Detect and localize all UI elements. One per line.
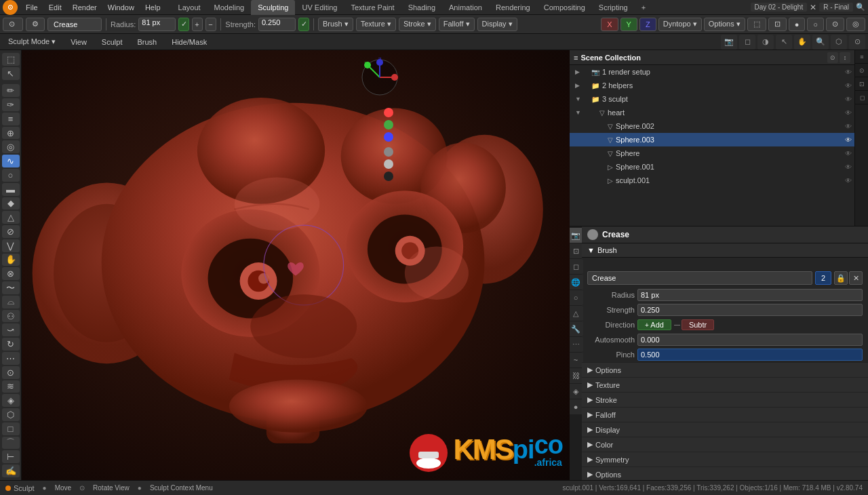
- tree-item-sphere[interactable]: ▽ Sphere 👁: [570, 146, 854, 160]
- tool-cursor[interactable]: ↖: [2, 67, 20, 80]
- tool-box-select[interactable]: ⬚: [2, 53, 20, 66]
- ws-scripting[interactable]: Scripting: [592, 0, 635, 15]
- radius-prop-value[interactable]: 81 px: [637, 289, 863, 301]
- eye-sphere003[interactable]: 👁: [845, 136, 854, 144]
- radius-input[interactable]: 81 px: [138, 18, 176, 31]
- settings-btn[interactable]: ⚙: [26, 18, 45, 31]
- prop-tab-world[interactable]: ○: [570, 290, 583, 305]
- options-collapsible[interactable]: ▶ Options: [582, 362, 868, 377]
- display-dropdown[interactable]: Display ▾: [477, 18, 517, 31]
- tool-draw[interactable]: ✏: [2, 84, 20, 97]
- stroke-collapsible[interactable]: ▶ Stroke: [582, 392, 868, 407]
- symmetry-collapsible[interactable]: ▶ Symmetry: [582, 452, 868, 467]
- ws-layout[interactable]: Layout: [172, 0, 208, 15]
- tool-box-mask[interactable]: □: [2, 422, 20, 435]
- axis-gizmo[interactable]: X Y Z: [359, 57, 400, 98]
- brush-lock-icon[interactable]: 🔒: [834, 271, 848, 285]
- hand-icon[interactable]: ✋: [794, 35, 810, 50]
- brush-name-input[interactable]: [587, 271, 812, 285]
- tool-smooth[interactable]: ○: [2, 169, 20, 182]
- view-btn2[interactable]: ⊡: [768, 18, 787, 31]
- eye-sphere002[interactable]: 👁: [845, 123, 854, 130]
- color-dot-white[interactable]: [384, 159, 393, 169]
- tool-inflate[interactable]: ⊕: [2, 127, 20, 140]
- view-btn4[interactable]: ○: [807, 18, 824, 31]
- prop-tab-physics[interactable]: ~: [570, 353, 583, 368]
- side-icon-2[interactable]: ⊙: [855, 64, 868, 77]
- color-dot-red[interactable]: [384, 108, 393, 117]
- cursor-icon[interactable]: ↖: [776, 35, 792, 50]
- menu-render[interactable]: Render: [67, 0, 102, 15]
- stroke-dropdown[interactable]: Stroke ▾: [399, 18, 436, 31]
- brush-section-header[interactable]: ▼ Brush: [582, 243, 868, 258]
- eye-sphere[interactable]: 👁: [845, 150, 854, 157]
- tool-simplify[interactable]: ◈: [2, 394, 20, 407]
- hidemask-menu[interactable]: Hide/Mask: [166, 37, 212, 47]
- camera-icon[interactable]: 📷: [721, 35, 737, 50]
- tree-item-sculpt[interactable]: ▼ 📁 3 sculpt 👁: [570, 92, 854, 106]
- ws-uvediting[interactable]: UV Editing: [295, 0, 344, 15]
- search-icon[interactable]: 🔍: [856, 3, 865, 12]
- tree-item-sphere003[interactable]: ▽ Sphere.003 👁: [570, 133, 854, 146]
- ws-compositing[interactable]: Compositing: [537, 0, 592, 15]
- scene-tree[interactable]: ▶ 📷 1 render setup 👁 ▶ 📁 2 helpers 👁: [570, 65, 854, 226]
- view-btn1[interactable]: ⬚: [747, 18, 766, 31]
- tree-item-sphere001[interactable]: ▷ Sphere.001 👁: [570, 160, 854, 174]
- axis-y[interactable]: Y: [620, 18, 637, 31]
- autosmooth-prop-value[interactable]: 0.000: [637, 334, 863, 346]
- brush-close-icon[interactable]: ✕: [849, 271, 863, 285]
- zoom-icon[interactable]: 🔍: [812, 35, 829, 50]
- options2-collapsible[interactable]: ▶ Options: [582, 467, 868, 480]
- tool-pinch[interactable]: ⋁: [2, 239, 20, 252]
- 3d-viewport[interactable]: KMS pi co .africa: [22, 50, 570, 480]
- ws-texturepaint[interactable]: Texture Paint: [344, 0, 401, 15]
- tool-flatten[interactable]: ▬: [2, 183, 20, 196]
- axis-x[interactable]: X: [601, 18, 618, 31]
- side-icon-3[interactable]: ⊡: [855, 77, 868, 91]
- ws-sculpting[interactable]: Sculpting: [251, 0, 295, 15]
- color-dot-black[interactable]: [384, 172, 393, 181]
- tool-grab[interactable]: ✋: [2, 254, 20, 266]
- axis-z[interactable]: Z: [639, 18, 656, 31]
- ws-rendering[interactable]: Rendering: [489, 0, 537, 15]
- menu-file[interactable]: File: [20, 0, 43, 15]
- tool-snake[interactable]: 〜: [2, 281, 20, 294]
- tool-thumb[interactable]: ⌓: [2, 296, 20, 309]
- side-icon-1[interactable]: ≡: [855, 50, 868, 64]
- color-dot-green[interactable]: [384, 120, 393, 130]
- ws-shading[interactable]: Shading: [401, 0, 442, 15]
- tool-draw2[interactable]: ✑: [2, 98, 20, 111]
- options-dropdown[interactable]: Options ▾: [704, 18, 745, 31]
- tree-item-sphere002[interactable]: ▽ Sphere.002 👁: [570, 119, 854, 133]
- tool-mask[interactable]: ⬡: [2, 408, 20, 421]
- falloff-dropdown[interactable]: Falloff ▾: [439, 18, 475, 31]
- pinch-prop-value[interactable]: 0.500: [637, 349, 863, 361]
- prop-tab-modifiers[interactable]: 🔧: [570, 321, 583, 336]
- subtract-button[interactable]: Subtr: [682, 319, 714, 330]
- display-mode-icon[interactable]: ◻: [739, 35, 755, 50]
- tool-boundary[interactable]: ⊙: [2, 366, 20, 379]
- tree-item-helpers[interactable]: ▶ 📁 2 helpers 👁: [570, 79, 854, 92]
- color-dot-gray[interactable]: [384, 147, 393, 157]
- radius-plus[interactable]: +: [192, 18, 203, 31]
- render-icon[interactable]: ◑: [757, 35, 774, 50]
- tool-nudge[interactable]: ⤻: [2, 323, 20, 336]
- tree-item-sculpt001[interactable]: ▷ sculpt.001 👁: [570, 174, 854, 187]
- eye-heart[interactable]: 👁: [845, 109, 854, 117]
- tool-line-project[interactable]: ⊢: [2, 450, 20, 463]
- strength-toggle[interactable]: ✓: [298, 18, 309, 31]
- radius-minus[interactable]: −: [205, 18, 216, 31]
- prop-tab-scene[interactable]: 🌐: [570, 275, 583, 290]
- tool-blob[interactable]: ◎: [2, 140, 20, 153]
- outliner-sort[interactable]: ↕: [840, 52, 850, 63]
- prop-tab-render[interactable]: 📷: [570, 228, 583, 243]
- prop-tab-view[interactable]: ◻: [570, 259, 583, 274]
- view-btn5[interactable]: ⊙: [826, 18, 844, 31]
- eye-sphere001[interactable]: 👁: [845, 163, 854, 171]
- tool-fill[interactable]: ◆: [2, 197, 20, 210]
- dyntopo-dropdown[interactable]: Dyntopo ▾: [658, 18, 702, 31]
- tree-item-render-setup[interactable]: ▶ 📷 1 render setup 👁: [570, 65, 854, 79]
- brush-name-display[interactable]: Crease: [47, 18, 102, 31]
- texture-dropdown[interactable]: Texture ▾: [356, 18, 396, 31]
- eye-helpers[interactable]: 👁: [845, 82, 854, 90]
